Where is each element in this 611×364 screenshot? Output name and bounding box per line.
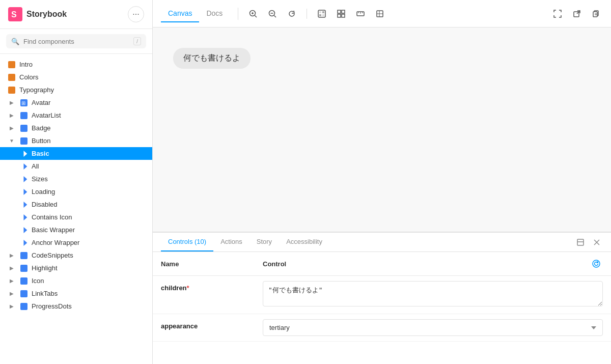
tab-canvas[interactable]: Canvas (161, 5, 199, 22)
reset-all-button[interactable] (590, 257, 603, 270)
controls-col-name: Name (161, 260, 263, 268)
sidebar-item-codesnippets[interactable]: ▶ CodeSnippets (0, 249, 152, 262)
sidebar-item-button-contains-icon[interactable]: Contains Icon (0, 211, 152, 223)
copy-link-button[interactable] (590, 7, 603, 20)
sidebar-item-button-disabled[interactable]: Disabled (0, 198, 152, 211)
reset-icon (287, 9, 296, 18)
tab-docs[interactable]: Docs (199, 5, 230, 22)
sidebar-header: S Storybook ··· (0, 0, 152, 29)
grid-icon (337, 9, 346, 18)
sidebar-item-button-basic[interactable]: Basic (0, 147, 152, 160)
sidebar-item-badge[interactable]: ▶ Badge (0, 122, 152, 134)
panel-tab-story[interactable]: Story (249, 233, 279, 251)
svg-line-18 (255, 15, 257, 17)
sidebar-item-avatar-label: Avatar (32, 99, 144, 106)
svg-rect-14 (20, 303, 27, 310)
sidebar-item-button-loading[interactable]: Loading (0, 185, 152, 198)
sidebar-item-button-sizes[interactable]: Sizes (0, 173, 152, 185)
document-icon-typography (8, 87, 15, 94)
svg-rect-41 (593, 12, 597, 17)
sidebar-item-linktabs-label: LinkTabs (32, 290, 144, 297)
sidebar-item-button-label: Button (32, 137, 144, 145)
expand-panel-icon (576, 238, 585, 246)
panel-tab-actions[interactable]: Actions (213, 233, 249, 251)
app-name: Storybook (26, 10, 67, 19)
svg-rect-13 (20, 290, 27, 297)
sidebar-item-linktabs[interactable]: ▶ LinkTabs (0, 287, 152, 300)
reset-zoom-button[interactable] (285, 7, 298, 20)
panel-actions (574, 236, 603, 248)
sidebar-item-colors[interactable]: Colors (0, 71, 152, 83)
svg-rect-29 (338, 14, 341, 17)
sidebar-item-button-sizes-label: Sizes (32, 175, 144, 183)
sidebar-item-progressdots-label: ProgressDots (32, 302, 144, 310)
zoom-in-button[interactable] (246, 7, 260, 20)
fullscreen-button[interactable] (551, 7, 564, 20)
toolbar-right (551, 7, 603, 20)
open-in-new-button[interactable] (570, 7, 584, 20)
sidebar-item-typography[interactable]: Typography (0, 83, 152, 96)
sidebar-item-colors-label: Colors (19, 73, 144, 81)
panel-close-button[interactable] (591, 236, 603, 248)
bottom-panel: Controls (10) Actions Story Accessibilit… (153, 232, 611, 364)
svg-rect-27 (338, 10, 341, 13)
chevron-right-icon: ▶ (8, 112, 15, 119)
main-tabs: Canvas Docs (161, 5, 230, 22)
component-icon-progressdots (20, 303, 27, 310)
sidebar-item-button-all[interactable]: All (0, 160, 152, 173)
sidebar-item-avatarlist-label: AvatarList (32, 111, 144, 119)
sidebar-item-button-anchor-wrapper[interactable]: Anchor Wrapper (0, 236, 152, 249)
svg-line-39 (577, 11, 580, 14)
document-icon (8, 61, 15, 68)
control-name-appearance: appearance (161, 319, 263, 330)
sidebar-item-avatarlist[interactable]: ▶ AvatarList (0, 109, 152, 122)
panel-tab-controls[interactable]: Controls (10) (161, 233, 213, 251)
zoom-out-button[interactable] (266, 7, 279, 20)
search-input[interactable] (23, 38, 129, 45)
sidebar-item-codesnippets-label: CodeSnippets (32, 251, 144, 259)
document-icon-colors (8, 74, 15, 81)
sidebar-item-badge-label: Badge (32, 124, 144, 132)
nav-list: Intro Colors Typography ▶ ⊞ Avatar ▶ Ava… (0, 54, 152, 364)
fullscreen-icon (553, 9, 562, 18)
svg-rect-44 (577, 239, 584, 245)
panel-expand-button[interactable] (574, 236, 587, 248)
sidebar-item-highlight[interactable]: ▶ Highlight (0, 262, 152, 274)
sidebar-item-avatar[interactable]: ▶ ⊞ Avatar (0, 96, 152, 109)
sidebar-item-button-all-label: All (32, 162, 144, 170)
story-icon-disabled (22, 202, 27, 208)
component-icon-badge (20, 125, 27, 132)
component-icon-codesnippets (20, 252, 27, 259)
sidebar-item-progressdots[interactable]: ▶ ProgressDots (0, 300, 152, 313)
sidebar-item-intro-label: Intro (19, 61, 144, 68)
component-icon-icon (20, 277, 27, 285)
chevron-right-icon: ▶ (8, 125, 15, 132)
story-icon-basic-wrapper (22, 227, 27, 233)
chevron-right-icon: ▶ (8, 99, 15, 106)
story-icon-loading (22, 189, 27, 195)
component-icon-button (20, 137, 27, 145)
sidebar-item-button-basic-wrapper[interactable]: Basic Wrapper (0, 223, 152, 236)
sidebar-item-icon-label: Icon (32, 277, 144, 285)
measure-button[interactable] (354, 7, 367, 20)
sidebar-item-button-contains-icon-label: Contains Icon (32, 213, 144, 221)
viewport-button[interactable] (373, 7, 386, 20)
svg-rect-3 (8, 74, 15, 81)
more-options-button[interactable]: ··· (128, 6, 144, 22)
children-textarea[interactable]: "何でも書けるよ" (263, 281, 603, 306)
sidebar-item-button[interactable]: ▼ Button (0, 134, 152, 147)
appearance-select[interactable]: primary secondary tertiary (263, 319, 603, 336)
grid-button[interactable] (335, 7, 348, 20)
sidebar-item-icon[interactable]: ▶ Icon (0, 274, 152, 287)
sidebar-item-button-basic-label: Basic (32, 150, 144, 157)
chevron-down-icon: ▼ (8, 137, 15, 145)
sidebar: S Storybook ··· 🔍 / Intro Colors Typogra… (0, 0, 153, 364)
component-icon-highlight (20, 265, 27, 272)
svg-text:⊞: ⊞ (21, 100, 25, 106)
sidebar-item-intro[interactable]: Intro (0, 58, 152, 71)
toolbar: Canvas Docs (153, 0, 611, 27)
preview-button[interactable]: 何でも書けるよ (173, 48, 251, 69)
panel-tab-accessibility[interactable]: Accessibility (279, 233, 329, 251)
toolbar-separator (238, 8, 238, 20)
background-button[interactable] (315, 7, 328, 20)
